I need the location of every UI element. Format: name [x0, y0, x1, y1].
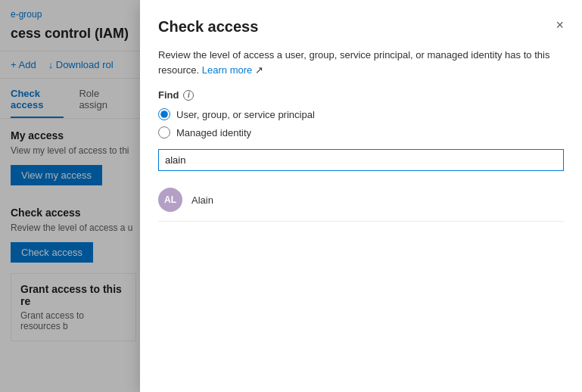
modal-body: Review the level of access a user, group… — [140, 36, 582, 392]
result-divider — [158, 221, 564, 222]
result-item[interactable]: AL Alain — [158, 182, 564, 218]
modal-header: Check access × — [140, 0, 582, 36]
radio-group: User, group, or service principal Manage… — [158, 108, 564, 138]
find-label: Find i — [158, 89, 564, 101]
radio-user-group[interactable]: User, group, or service principal — [158, 108, 564, 120]
result-name: Alain — [191, 194, 213, 206]
radio-user-group-input[interactable] — [158, 108, 170, 120]
radio-managed-identity-input[interactable] — [158, 126, 170, 138]
search-input[interactable] — [158, 149, 564, 171]
modal-description: Review the level of access a user, group… — [158, 48, 564, 77]
avatar: AL — [158, 188, 182, 212]
modal-title: Check access — [158, 18, 258, 36]
learn-more-link[interactable]: Learn more — [202, 64, 252, 76]
info-icon: i — [183, 90, 194, 101]
check-access-modal: Check access × Review the level of acces… — [140, 0, 582, 392]
close-button[interactable]: × — [556, 18, 564, 32]
radio-managed-identity[interactable]: Managed identity — [158, 126, 564, 138]
